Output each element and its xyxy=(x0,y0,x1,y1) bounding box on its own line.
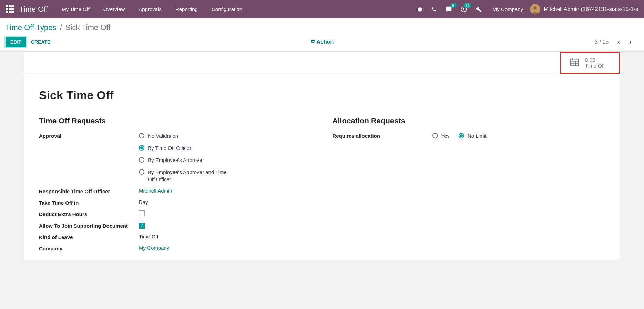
nav-overview[interactable]: Overview xyxy=(103,6,125,12)
svg-rect-2 xyxy=(571,59,579,66)
activities-badge: 34 xyxy=(464,3,471,8)
create-button[interactable]: CREATE xyxy=(31,37,51,47)
label-approval: Approval xyxy=(39,132,139,139)
gear-icon xyxy=(310,39,315,45)
stat-time-off-button[interactable]: 8.00 Time Off xyxy=(560,52,620,74)
column-time-off-requests: Time Off Requests Approval No Validation… xyxy=(39,116,312,256)
nav-approvals[interactable]: Approvals xyxy=(139,6,162,12)
calendar-icon xyxy=(569,57,580,69)
value-take-in: Day xyxy=(139,199,148,205)
activities-icon[interactable]: 34 xyxy=(460,6,467,13)
nav-configuration[interactable]: Configuration xyxy=(212,6,242,12)
radio-no-limit[interactable]: No Limit xyxy=(459,132,487,140)
messages-icon[interactable]: 5 xyxy=(445,6,452,13)
record-title: Sick Time Off xyxy=(39,89,605,102)
svg-point-1 xyxy=(533,6,537,10)
nav-reporting[interactable]: Reporting xyxy=(175,6,198,12)
user-name: Mitchell Admin (16742131-saas-15-1-a xyxy=(544,6,638,12)
section-title-requests: Time Off Requests xyxy=(39,116,312,125)
breadcrumb: Time Off Types / Sick Time Off xyxy=(6,23,638,32)
column-allocation-requests: Allocation Requests Requires allocation … xyxy=(333,116,605,256)
breadcrumb-current: Sick Time Off xyxy=(65,23,110,32)
edit-button[interactable]: EDIT xyxy=(6,37,26,47)
requires-radio-group: Yes No Limit xyxy=(432,132,487,140)
label-company: Company xyxy=(39,245,139,251)
radio-icon xyxy=(139,157,144,163)
company-switcher[interactable]: My Company xyxy=(493,6,523,12)
label-responsible: Responsible Time Off Officer xyxy=(39,188,139,194)
label-deduct: Deduct Extra Hours xyxy=(39,210,139,217)
bug-icon[interactable] xyxy=(417,6,423,12)
radio-by-officer[interactable]: By Time Off Officer xyxy=(139,144,228,152)
checkbox-allow-doc[interactable]: ✓ xyxy=(139,223,145,229)
value-kind: Time Off xyxy=(139,234,159,239)
avatar xyxy=(530,4,540,14)
pager: 3 / 15 ‹ › xyxy=(595,38,638,47)
label-allow-doc: Allow To Join Supporting Document xyxy=(39,222,139,229)
value-responsible[interactable]: Mitchell Admin xyxy=(139,188,172,194)
radio-icon xyxy=(459,133,464,138)
radio-by-approver-and-officer[interactable]: By Employee's Approver and Time Off Offi… xyxy=(139,168,228,183)
section-title-allocation: Allocation Requests xyxy=(333,116,605,125)
checkbox-deduct[interactable] xyxy=(139,210,145,216)
radio-icon xyxy=(432,133,438,138)
messages-badge: 5 xyxy=(451,3,456,8)
pager-prev[interactable]: ‹ xyxy=(617,38,620,47)
apps-icon[interactable] xyxy=(6,5,14,13)
label-take-in: Take Time Off in xyxy=(39,199,139,206)
control-panel: Time Off Types / Sick Time Off EDIT CREA… xyxy=(0,18,644,52)
nav-my-time-off[interactable]: My Time Off xyxy=(62,6,90,12)
stat-value: 8.00 xyxy=(585,57,605,63)
label-kind: Kind of Leave xyxy=(39,234,139,240)
label-requires: Requires allocation xyxy=(333,132,432,139)
value-company[interactable]: My Company xyxy=(139,245,169,251)
form-sheet: 8.00 Time Off Sick Time Off Time Off Req… xyxy=(24,52,620,260)
radio-by-approver[interactable]: By Employee's Approver xyxy=(139,156,228,164)
stat-label: Time Off xyxy=(585,63,605,69)
action-label: Action xyxy=(317,39,334,45)
tools-icon[interactable] xyxy=(476,6,482,12)
app-title[interactable]: Time Off xyxy=(19,5,48,14)
user-menu[interactable]: Mitchell Admin (16742131-saas-15-1-a xyxy=(530,4,638,14)
stat-bar: 8.00 Time Off xyxy=(24,52,620,74)
action-menu[interactable]: Action xyxy=(310,39,334,45)
radio-no-validation[interactable]: No Validation xyxy=(139,132,228,140)
radio-icon xyxy=(139,133,144,138)
radio-yes[interactable]: Yes xyxy=(432,132,450,140)
pager-value[interactable]: 3 / 15 xyxy=(595,39,609,45)
radio-icon xyxy=(139,145,144,151)
pager-next[interactable]: › xyxy=(629,38,632,47)
breadcrumb-parent[interactable]: Time Off Types xyxy=(6,23,57,32)
approval-radio-group: No Validation By Time Off Officer By Emp… xyxy=(139,132,228,183)
phone-icon[interactable] xyxy=(431,7,437,12)
radio-icon xyxy=(139,169,144,175)
navbar: Time Off My Time Off Overview Approvals … xyxy=(0,0,644,18)
